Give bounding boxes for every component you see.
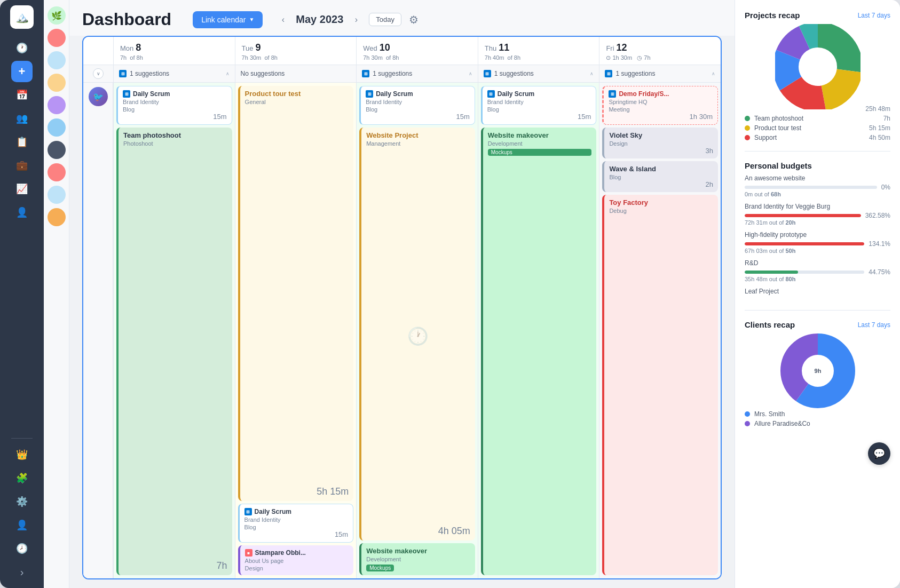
event-sub2: Blog [244, 524, 349, 530]
event-title: Website makeover [366, 547, 470, 555]
event-tue-product-tour[interactable]: Product tour test General 5h 15m [238, 86, 354, 501]
svg-text:9h: 9h [814, 368, 821, 374]
legend-label: Support [754, 134, 777, 141]
sidebar-icon-user[interactable]: 👤 [11, 514, 33, 536]
avatar-4[interactable] [48, 96, 66, 114]
chat-bubble-button[interactable]: 💬 [868, 442, 890, 465]
event-wed-website-project[interactable]: Website Project Management 🕐 4h 05m [359, 128, 475, 541]
chevron-up-thu[interactable]: ∧ [590, 71, 594, 76]
ms-icon: ⊞ [366, 90, 373, 98]
calendar-body: 🐦 ⊞ Daily Scrum Brand Identity Blog [83, 83, 721, 578]
chevron-up-mon[interactable]: ∧ [226, 71, 230, 76]
event-title: Team photoshoot [123, 131, 227, 139]
event-duration: 15m [366, 113, 470, 121]
chevron-up-wed[interactable]: ∧ [469, 71, 472, 76]
projects-recap-title: Projects recap [745, 11, 800, 20]
budget-pct: 362.58% [865, 212, 890, 219]
event-thu-daily-scrum[interactable]: ⊞ Daily Scrum Brand Identity Blog 15m [481, 86, 597, 125]
event-duration: 2h [609, 180, 713, 188]
avatar-0[interactable]: 🌿 [48, 6, 66, 25]
event-sub2: Blog [366, 106, 470, 113]
chevron-up-fri[interactable]: ∧ [712, 71, 715, 76]
legend-label: Product tour test [754, 124, 801, 132]
event-fri-demo[interactable]: ⊞ Demo Friday/S... Springtime HQ Meeting… [602, 86, 718, 125]
event-title: Website makeover [488, 131, 592, 139]
avatar-3[interactable] [48, 74, 66, 92]
avatar-9[interactable] [48, 208, 66, 226]
budget-bar-row: 0% [745, 184, 890, 191]
link-calendar-button[interactable]: Link calendar ▼ [193, 11, 263, 28]
sidebar-icon-book[interactable]: 📋 [11, 131, 33, 153]
avatar-strip: 🌿 [44, 0, 69, 588]
sidebar-icon-settings[interactable]: ⚙️ [11, 491, 33, 512]
next-month-button[interactable]: › [349, 12, 364, 27]
legend-dot [745, 411, 750, 417]
legend-item-mrs-smith: Mrs. Smith [745, 410, 890, 418]
event-sub2: Blog [123, 106, 227, 113]
sidebar-add-button[interactable]: + [11, 61, 33, 82]
prev-month-button[interactable]: ‹ [275, 12, 290, 27]
legend-item-support: Support 4h 50m [745, 134, 890, 141]
event-mon-team-photoshoot[interactable]: Team photoshoot Photoshoot 7h [116, 128, 232, 575]
legend-item-team-photoshoot: Team photoshoot 7h [745, 115, 890, 122]
suggestion-thu: ⊞ 1 suggestions ∧ [478, 65, 599, 82]
avatar-1[interactable] [48, 29, 66, 47]
sidebar-icon-crown[interactable]: 👑 [11, 444, 33, 465]
sidebar-icon-history[interactable]: 🕗 [11, 538, 33, 559]
day-name-mon: Mon [120, 44, 133, 52]
budget-bar-row: 362.58% [745, 212, 890, 219]
ms-icon: ⊞ [609, 90, 616, 98]
event-sub: Management [366, 140, 470, 147]
event-fri-violet-sky[interactable]: Violet Sky Design 3h [602, 128, 718, 158]
sidebar-collapse-button[interactable]: › [11, 561, 33, 583]
event-title-text: Demo Friday/S... [619, 90, 669, 98]
event-thu-website-makeover[interactable]: Website makeover Development Mockups [481, 128, 597, 575]
sidebar-icon-people[interactable]: 👤 [11, 202, 33, 223]
budget-bar-fill [745, 242, 864, 245]
day-header-tue: Tue 9 7h 30m of 8h [235, 37, 357, 65]
budget-item-leaf: Leaf Project [745, 288, 890, 295]
sidebar: 🏔️ 🕐 + 📅 👥 📋 💼 📈 👤 👑 🧩 ⚙️ 👤 🕗 › [0, 0, 44, 588]
ms-icon-thu: ⊞ [484, 70, 491, 77]
divider-1 [745, 151, 890, 152]
event-tue-daily-scrum[interactable]: ⊞ Daily Scrum Brand Identity Blog 15m [238, 504, 354, 543]
budget-label: R&D [745, 259, 890, 267]
sidebar-icon-calendar[interactable]: 📅 [11, 84, 33, 106]
avatar-2[interactable] [48, 51, 66, 69]
budget-pct: 0% [881, 184, 890, 191]
suggestion-mon: ⊞ 1 suggestions ∧ [113, 65, 235, 82]
sidebar-icon-team[interactable]: 👥 [11, 108, 33, 129]
event-wed-website-makeover[interactable]: Website makeover Development Mockups [359, 543, 475, 575]
event-wed-daily-scrum[interactable]: ⊞ Daily Scrum Brand Identity Blog 15m [359, 86, 475, 125]
day-num-mon: 8 [136, 42, 141, 53]
app-logo: 🏔️ [10, 5, 34, 29]
sidebar-icon-clock[interactable]: 🕐 [11, 37, 33, 59]
event-sub1: Brand Identity [366, 99, 470, 105]
event-tag: Mockups [488, 149, 592, 156]
sidebar-icon-briefcase[interactable]: 💼 [11, 155, 33, 176]
sidebar-icon-cube[interactable]: 🧩 [11, 467, 33, 489]
projects-recap-period[interactable]: Last 7 days [858, 12, 890, 19]
asana-icon: ■ [245, 549, 252, 557]
suggestions-toggle[interactable]: ∨ [93, 68, 104, 79]
right-panel: Projects recap Last 7 days 25h 48m [735, 0, 900, 588]
clients-recap-period[interactable]: Last 7 days [858, 321, 890, 329]
event-mon-daily-scrum[interactable]: ⊞ Daily Scrum Brand Identity Blog 15m [116, 86, 232, 125]
event-tue-stampare[interactable]: ■ Stampare Obbi... About Us page Design [238, 545, 354, 575]
avatar-6[interactable] [48, 141, 66, 159]
avatar-7[interactable] [48, 163, 66, 181]
event-fri-toy-factory[interactable]: Toy Factory Debug [602, 195, 718, 575]
budget-item-rd: R&D 44.75% 35h 48m out of 80h [745, 259, 890, 282]
day-hours-fri: ⊙ 1h 30m ◷ 7h [606, 54, 714, 61]
calendar-settings-button[interactable]: ⚙ [409, 13, 419, 26]
avatar-5[interactable] [48, 118, 66, 137]
day-num-tue: 9 [256, 42, 261, 53]
legend-label: Mrs. Smith [754, 410, 785, 418]
sidebar-icon-chart[interactable]: 📈 [11, 178, 33, 200]
link-calendar-label: Link calendar [201, 15, 246, 24]
avatar-8[interactable] [48, 186, 66, 204]
event-fri-wave-island[interactable]: Wave & Island Blog 2h [602, 161, 718, 192]
budget-pct: 44.75% [869, 268, 890, 276]
today-button[interactable]: Today [369, 13, 401, 26]
legend-value: 4h 50m [869, 134, 890, 141]
